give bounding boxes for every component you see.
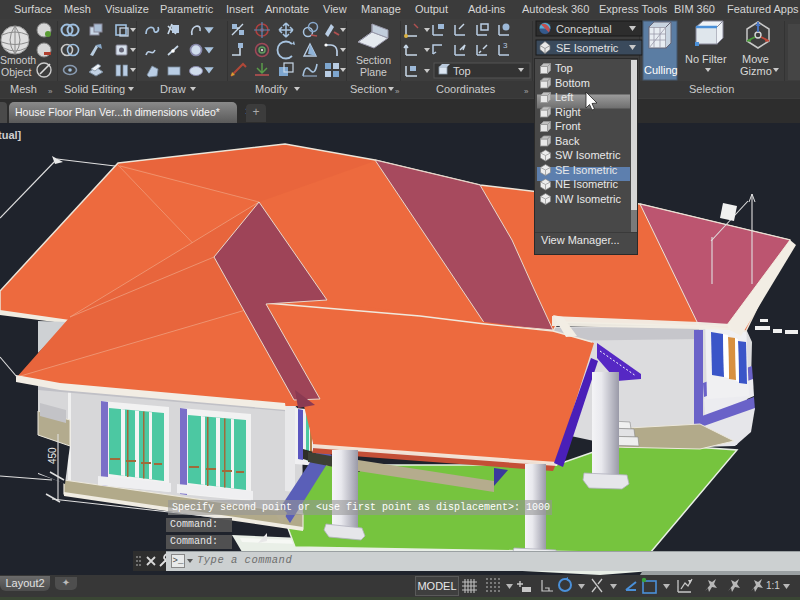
svg-text:Solid Editing: Solid Editing xyxy=(64,83,125,95)
svg-text:Move: Move xyxy=(742,53,769,65)
svg-text:Coordinates: Coordinates xyxy=(436,83,496,95)
svg-text:Back: Back xyxy=(555,134,580,146)
svg-text:3: 3 xyxy=(503,41,508,50)
svg-text:Section: Section xyxy=(350,83,387,95)
svg-text:Smooth: Smooth xyxy=(0,54,36,66)
svg-text:Gizmo: Gizmo xyxy=(740,65,772,77)
svg-text:Top: Top xyxy=(453,65,471,77)
svg-text:View Manager...: View Manager... xyxy=(541,234,620,246)
svg-text:Draw: Draw xyxy=(160,83,186,95)
svg-text:»: » xyxy=(48,87,53,96)
svg-text:NE Isometric: NE Isometric xyxy=(555,178,618,190)
svg-text:Left: Left xyxy=(555,91,573,103)
svg-text:tual]: tual] xyxy=(0,129,22,141)
svg-text:»: » xyxy=(395,87,400,96)
svg-text:Top: Top xyxy=(555,62,573,74)
svg-text:Mesh: Mesh xyxy=(10,83,37,95)
svg-text:SE Isometric: SE Isometric xyxy=(555,163,618,175)
svg-text:Culling: Culling xyxy=(644,64,678,76)
svg-text:SW Isometric: SW Isometric xyxy=(555,149,621,161)
svg-text:Front: Front xyxy=(555,120,581,132)
svg-text:NW Isometric: NW Isometric xyxy=(555,192,622,204)
svg-text:Section: Section xyxy=(356,54,391,66)
svg-text:Conceptual: Conceptual xyxy=(556,23,612,35)
svg-text:1:1: 1:1 xyxy=(766,580,780,591)
svg-text:Selection: Selection xyxy=(689,83,734,95)
svg-text:450: 450 xyxy=(47,447,58,464)
svg-text:»: » xyxy=(524,87,529,96)
svg-text:No Filter: No Filter xyxy=(685,53,727,65)
svg-text:Bottom: Bottom xyxy=(555,76,590,88)
svg-text:Object: Object xyxy=(1,66,31,78)
svg-text:Plane: Plane xyxy=(360,66,387,78)
svg-text:SE Isometric: SE Isometric xyxy=(556,42,619,54)
svg-text:Modify: Modify xyxy=(255,83,288,95)
svg-text:Right: Right xyxy=(555,105,581,117)
